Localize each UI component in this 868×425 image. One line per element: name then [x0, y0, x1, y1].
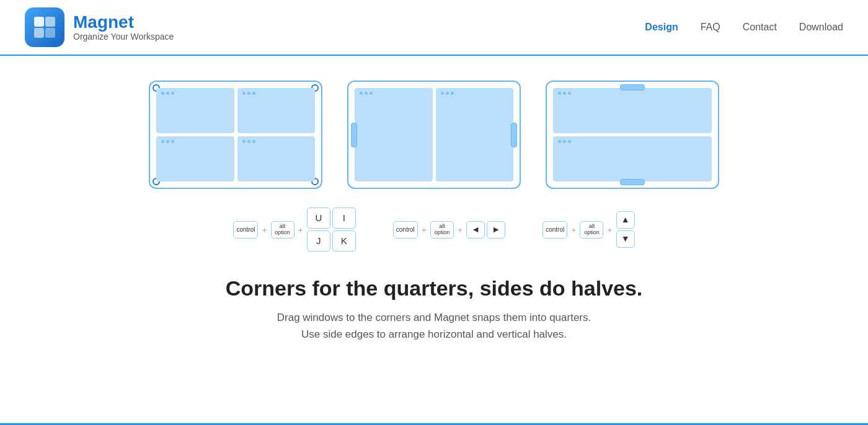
dot [252, 140, 255, 143]
dot [558, 92, 561, 95]
k-key: K [332, 230, 356, 252]
dot [171, 92, 174, 95]
pane-dots-r [441, 92, 454, 95]
alt-option-key-1: altoption [271, 221, 294, 239]
text-section: Corners for the quarters, sides do halve… [37, 276, 831, 343]
dot [568, 140, 571, 143]
dot [441, 92, 444, 95]
ud-cluster: ▲ ▼ [616, 211, 635, 248]
dot [451, 92, 454, 95]
pane-left [355, 88, 433, 182]
plus-6: + [607, 225, 612, 235]
right-arrow-key: ► [487, 221, 505, 239]
dot [242, 92, 246, 95]
dot [365, 92, 368, 95]
nav-contact[interactable]: Contact [743, 22, 777, 33]
main-nav: Design FAQ Contact Download [645, 22, 843, 33]
lr-cluster: ◄ ► [466, 221, 505, 239]
pane-bl [156, 136, 234, 182]
plus-2: + [298, 225, 303, 235]
dot [166, 92, 169, 95]
nav-download[interactable]: Download [799, 22, 843, 33]
logo-text: Magnet Organize Your Workspace [73, 13, 174, 42]
up-arrow-key: ▲ [616, 211, 635, 229]
dot [360, 92, 363, 95]
desc-line1: Drag windows to the corners and Magnet s… [277, 312, 591, 323]
pane-tr [237, 88, 316, 133]
u-key: U [307, 208, 330, 229]
dot [161, 140, 164, 143]
plus-1: + [262, 225, 267, 235]
nav-faq[interactable]: FAQ [701, 22, 720, 33]
control-key: control [233, 221, 258, 239]
svg-rect-3 [45, 28, 55, 38]
pane-dots-top [558, 92, 571, 95]
ui-jk-cluster: U I J K [307, 208, 356, 252]
illustrations-row [37, 81, 831, 189]
pane-dots-bottom [558, 140, 571, 143]
dot [247, 140, 250, 143]
dot [247, 92, 250, 95]
shortcuts-row: control + altoption + U I J K control + … [37, 208, 831, 252]
i-key: I [332, 208, 356, 229]
halves-v-illustration [347, 81, 521, 189]
svg-rect-2 [34, 28, 44, 38]
dot [252, 92, 255, 95]
pane-dots-l [360, 92, 373, 95]
pane-bottom [553, 136, 712, 182]
halves-v-shortcut: control + altoption + ◄ ► [393, 221, 505, 239]
halves-h-grid [553, 88, 712, 182]
app-tagline: Organize Your Workspace [73, 32, 174, 42]
nav-design[interactable]: Design [645, 22, 678, 33]
main-content: control + altoption + U I J K control + … [0, 56, 868, 361]
top-handle [620, 84, 645, 90]
alt-option-key-3: altoption [580, 221, 603, 239]
pane-dots-tl [161, 92, 174, 95]
dot [171, 140, 174, 143]
halves-h-shortcut: control + altoption + ▲ ▼ [542, 211, 634, 248]
desc-line2: Use side edges to arrange horizontal and… [301, 328, 567, 340]
down-arrow-key: ▼ [616, 230, 635, 248]
pane-tl [156, 88, 234, 133]
plus-5: + [571, 225, 576, 235]
dot [558, 140, 561, 143]
app-icon [25, 7, 64, 47]
plus-4: + [458, 225, 463, 235]
pane-right [436, 88, 514, 182]
alt-option-key-2: altoption [430, 221, 454, 239]
bottom-handle [620, 179, 645, 185]
pane-dots-tr [242, 92, 255, 95]
dot [242, 140, 246, 143]
halves-h-illustration [546, 81, 719, 189]
dot [563, 92, 566, 95]
description: Drag windows to the corners and Magnet s… [37, 309, 831, 343]
quarters-grid [156, 88, 315, 182]
control-key-3: control [542, 221, 567, 239]
header: Magnet Organize Your Workspace Design FA… [0, 0, 868, 56]
logo-area: Magnet Organize Your Workspace [25, 7, 174, 47]
left-arrow-key: ◄ [466, 221, 485, 239]
left-handle [351, 123, 357, 147]
halves-v-grid [355, 88, 513, 182]
headline: Corners for the quarters, sides do halve… [37, 276, 831, 300]
pane-dots-br [242, 140, 255, 143]
plus-3: + [422, 225, 427, 235]
pane-dots-bl [161, 140, 174, 143]
dot [563, 140, 566, 143]
svg-rect-1 [45, 17, 55, 27]
dot [370, 92, 373, 95]
j-key: J [307, 230, 330, 252]
dot [446, 92, 449, 95]
pane-br [237, 136, 316, 182]
app-name: Magnet [73, 13, 174, 32]
quarters-shortcut: control + altoption + U I J K [233, 208, 355, 252]
dot [161, 92, 164, 95]
right-handle [511, 123, 517, 147]
control-key-2: control [393, 221, 418, 239]
dot [166, 140, 169, 143]
pane-top [553, 88, 712, 133]
quarters-illustration [149, 81, 322, 189]
svg-rect-0 [34, 17, 44, 27]
dot [568, 92, 571, 95]
